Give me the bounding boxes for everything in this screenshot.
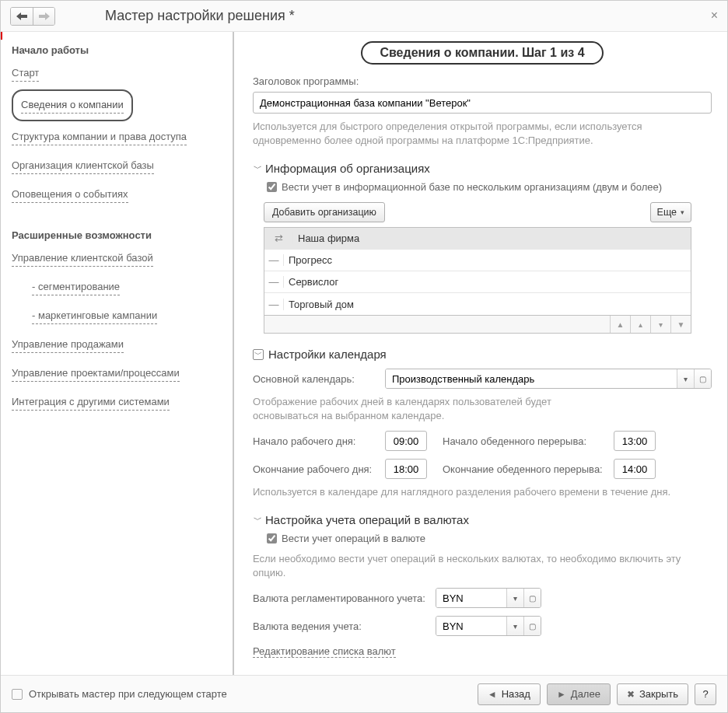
- multi-org-label: Вести учет в информационной базе по неск…: [282, 181, 662, 193]
- sidebar-item-company-info-active: Сведения о компании: [12, 89, 133, 121]
- back-button[interactable]: ◄ Назад: [478, 683, 541, 705]
- org-name-cell: Прогресс: [283, 254, 691, 266]
- body: Начало работы Старт Сведения о компании …: [1, 32, 727, 675]
- work-start-input[interactable]: [385, 431, 427, 451]
- move-toolbar: ▲ ▴ ▾ ▼: [264, 316, 691, 334]
- lunch-start-input[interactable]: [614, 431, 656, 451]
- sidebar-item-client-mgmt[interactable]: Управление клиентской базой: [12, 250, 153, 267]
- table-row[interactable]: — Прогресс: [264, 250, 691, 271]
- sidebar: Начало работы Старт Сведения о компании …: [1, 32, 234, 675]
- orgs-section-title: Информация об организациях: [265, 162, 430, 175]
- top-bar: Мастер настройки решения * ×: [1, 1, 727, 32]
- open-dialog-icon[interactable]: ▢: [523, 589, 541, 607]
- heading-row: Сведения о компании. Шаг 1 из 4: [253, 41, 712, 65]
- dropdown-icon[interactable]: ▾: [677, 369, 694, 388]
- next-button[interactable]: ► Далее: [547, 683, 611, 705]
- acc-currency-label: Валюта ведения учета:: [253, 620, 436, 632]
- org-table: ⇄ Наша фирма — Прогресс — Сервислог — То…: [264, 227, 691, 316]
- sidebar-item-sales[interactable]: Управление продажами: [12, 337, 124, 353]
- sidebar-item-events[interactable]: Оповещения о событиях: [12, 187, 128, 203]
- sidebar-item-start[interactable]: Старт: [12, 65, 39, 82]
- sidebar-item-client-base[interactable]: Организация клиентской базы: [12, 158, 154, 174]
- edit-currencies-link[interactable]: Редактирование списка валют: [253, 645, 396, 658]
- chevron-down-icon[interactable]: ﹀: [253, 514, 262, 526]
- acc-currency-combo[interactable]: ▾ ▢: [436, 616, 541, 636]
- org-name-cell: Наша фирма: [292, 232, 691, 244]
- dropdown-icon[interactable]: ▾: [506, 617, 523, 635]
- main-calendar-input[interactable]: [386, 369, 677, 388]
- calendar-footnote: Используется в календаре для наглядного …: [253, 485, 712, 499]
- arrow-left-icon: ◄: [488, 689, 497, 700]
- currency-enable-label: Вести учет операций в валюте: [282, 533, 425, 544]
- move-bottom-icon[interactable]: ▼: [670, 316, 691, 333]
- lunch-end-label: Окончание обеденного перерыва:: [443, 463, 614, 475]
- work-end-input[interactable]: [385, 459, 427, 479]
- open-dialog-icon[interactable]: ▢: [523, 617, 541, 635]
- more-button[interactable]: Еще: [650, 202, 691, 222]
- close-button-label: Закрыть: [639, 688, 678, 700]
- sidebar-item-company-info[interactable]: Сведения о компании: [21, 97, 124, 114]
- nav-forward-button[interactable]: [33, 8, 54, 25]
- move-top-icon[interactable]: ▲: [610, 316, 630, 333]
- sidebar-item-integration[interactable]: Интеграция с другими системами: [12, 394, 170, 411]
- next-button-label: Далее: [571, 688, 600, 700]
- reg-currency-input[interactable]: [436, 589, 506, 607]
- wizard-window: Мастер настройки решения * × Начало рабо…: [0, 0, 728, 713]
- main-calendar-label: Основной календарь:: [253, 373, 385, 385]
- multi-org-checkbox[interactable]: [267, 182, 277, 192]
- work-end-label: Окончание рабочего дня:: [253, 463, 385, 475]
- currency-hint: Если необходимо вести учет операций в не…: [253, 552, 688, 580]
- add-org-button[interactable]: Добавить организацию: [264, 202, 385, 222]
- org-name-cell: Торговый дом: [283, 299, 691, 310]
- dropdown-icon[interactable]: ▾: [506, 589, 523, 607]
- program-title-label: Заголовок программы:: [253, 75, 712, 87]
- help-button[interactable]: ?: [695, 683, 716, 705]
- sidebar-item-projects[interactable]: Управление проектами/процессами: [12, 365, 180, 382]
- reg-currency-label: Валюта регламентированного учета:: [253, 592, 436, 604]
- work-start-label: Начало рабочего дня:: [253, 435, 385, 447]
- program-title-hint: Используется для быстрого определения от…: [253, 120, 712, 148]
- open-dialog-icon[interactable]: ▢: [694, 369, 711, 388]
- currency-section-title: Настройка учета операций в валютах: [265, 513, 469, 526]
- move-up-icon[interactable]: ▴: [630, 316, 650, 333]
- x-icon: ✖: [627, 689, 635, 700]
- lunch-end-input[interactable]: [614, 459, 656, 479]
- calendar-section-title: Настройки календаря: [268, 348, 387, 361]
- program-title-input[interactable]: [253, 92, 712, 114]
- nav-back-button[interactable]: [11, 8, 33, 25]
- sidebar-item-structure[interactable]: Структура компании и права доступа: [12, 129, 187, 145]
- table-row[interactable]: ⇄ Наша фирма: [264, 228, 691, 250]
- open-next-checkbox[interactable]: [12, 689, 23, 700]
- sidebar-group1: Старт Сведения о компании Структура комп…: [12, 61, 223, 208]
- move-down-icon[interactable]: ▾: [650, 316, 670, 333]
- close-icon[interactable]: ×: [711, 9, 718, 23]
- sidebar-group2: Управление клиентской базой - сегментиро…: [12, 246, 223, 415]
- nav-buttons: [10, 7, 55, 26]
- footer-bar: Открывать мастер при следующем старте ◄ …: [1, 675, 727, 712]
- currency-enable-checkbox[interactable]: [267, 533, 277, 543]
- arrow-right-icon: ►: [557, 689, 566, 700]
- org-name-cell: Сервислог: [283, 276, 691, 288]
- main-calendar-combo[interactable]: ▾ ▢: [385, 369, 712, 389]
- lunch-start-label: Начало обеденного перерыва:: [443, 435, 614, 447]
- calendar-section: ﹀ Настройки календаря Основной календарь…: [253, 348, 712, 499]
- sidebar-item-segmentation[interactable]: - сегментирование: [32, 279, 120, 295]
- sidebar-item-marketing[interactable]: - маркетинговые кампании: [32, 308, 157, 324]
- reg-currency-combo[interactable]: ▾ ▢: [436, 588, 541, 608]
- acc-currency-input[interactable]: [436, 617, 506, 635]
- table-row[interactable]: — Торговый дом: [264, 293, 691, 315]
- active-marker: [1, 32, 2, 40]
- calendar-expand-checkbox-icon[interactable]: ﹀: [253, 349, 264, 360]
- page-heading: Сведения о компании. Шаг 1 из 4: [361, 41, 603, 65]
- org-dash-icon: —: [264, 299, 283, 310]
- sidebar-group1-title: Начало работы: [12, 44, 223, 56]
- close-button[interactable]: ✖ Закрыть: [617, 683, 688, 705]
- currency-section: ﹀ Настройка учета операций в валютах Вес…: [253, 513, 712, 658]
- chevron-down-icon[interactable]: ﹀: [253, 163, 262, 174]
- table-row[interactable]: — Сервислог: [264, 271, 691, 293]
- open-next-label: Открывать мастер при следующем старте: [29, 688, 227, 700]
- org-dash-icon: —: [264, 254, 283, 266]
- org-dash-icon: —: [264, 276, 283, 288]
- window-title: Мастер настройки решения *: [105, 8, 295, 24]
- orgs-section: ﹀ Информация об организациях Вести учет …: [253, 162, 712, 334]
